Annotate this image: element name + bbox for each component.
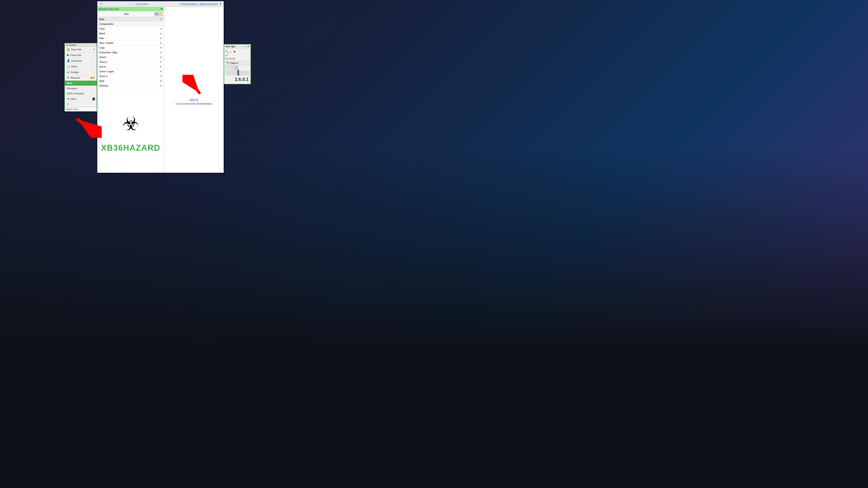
nav-stats[interactable]: 📊 Stats — [65, 64, 97, 69]
component-shoes[interactable]: Shoes ▼ — [97, 55, 164, 60]
nav-character[interactable]: 👤 Character — [65, 58, 97, 64]
component-armor[interactable]: Armor ▼ — [97, 64, 164, 69]
component-legs[interactable]: Legs ▼ — [97, 45, 164, 50]
action-add-button[interactable]: + — [225, 66, 229, 70]
extract-all-button[interactable]: Extract All Actors — [181, 3, 197, 5]
garage-star-icon: ★ — [93, 71, 95, 74]
sync-app-window: Sync App — ✕ 🔧 ★ ▼ 0% be effected 🐕 Chop… — [224, 44, 251, 84]
skin-hands-label: Skin / Hands — [99, 41, 113, 44]
missions-icon: 🗒 — [67, 76, 69, 79]
window-title: Grand — [69, 44, 76, 46]
action-icons-row: + ✕ 🔄 — [225, 66, 250, 70]
sync-app-titlebar: Sync App — ✕ — [224, 44, 250, 48]
character-icon: 👤 — [67, 59, 70, 62]
actor-editor-close-button[interactable]: ✕ — [219, 2, 222, 6]
nav-other-label: Other — [70, 98, 76, 100]
nav-stats-label: Stats — [71, 65, 77, 68]
close-file-icon: ✖ — [67, 54, 69, 57]
replace-all-button[interactable]: Replace All Actors — [199, 3, 218, 5]
component-torso2[interactable]: Torso 2 ▼ — [97, 74, 164, 78]
main-nav-window: 🪟 Grand 🏠 Save File ● ✖ Close File 👤 Cha… — [64, 43, 97, 111]
main-component-row[interactable]: Main ▼ — [97, 17, 164, 22]
sync-content: 🔧 ★ ▼ 0% be effected 🐕 Chop ▼ + ✕ 🔄 — [224, 48, 250, 84]
armor-chevron-icon: ▼ — [160, 66, 162, 68]
nav-strangers[interactable]: Strangers — [65, 86, 97, 91]
sign-in-link[interactable]: Sign In — [190, 98, 198, 101]
status-text: Status: Idle... — [66, 108, 79, 110]
component-hats[interactable]: Hats ▼ — [97, 78, 164, 84]
ped-save-button[interactable]: 💾 — [154, 12, 158, 16]
component-skin-hands[interactable]: Skin / Hands ▼ — [97, 41, 164, 45]
actor-editor-titlebar: 👕 Actor Editor Extract All Actors Replac… — [97, 1, 223, 7]
nav-save-file[interactable]: 🏠 Save File ● — [65, 47, 97, 53]
nav-extra[interactable]: ☐ ... — [65, 102, 97, 107]
component-mask[interactable]: Mask ▼ — [97, 31, 164, 36]
nav-close-file[interactable]: ✖ Close File — [65, 53, 97, 58]
nav-garage[interactable]: 🏎 Garage ★ — [65, 69, 97, 75]
nav-close-label: Close File — [70, 54, 81, 57]
torso2-label: Torso 2 — [99, 75, 107, 77]
legs-chevron-icon: ▼ — [160, 46, 162, 49]
action-refresh-button[interactable]: 🔄 — [234, 66, 238, 70]
sync-app-title: Sync App — [225, 45, 235, 48]
component-torso1[interactable]: Torso 1 ▼ — [97, 60, 164, 64]
components-label: Components — [99, 23, 113, 25]
shortlist-bar: Shortlist Actor One ▼ — [97, 7, 164, 11]
shoes-chevron-icon: ▼ — [160, 56, 162, 59]
nav-missions-label: Missions — [70, 76, 80, 79]
torso1-chevron-icon: ▼ — [160, 61, 162, 63]
torso2-chevron-icon: ▼ — [160, 75, 162, 77]
slider-handle-3[interactable] — [237, 73, 239, 75]
sync-close-button[interactable]: ✕ — [247, 45, 249, 48]
component-crew-logos[interactable]: Crew / Logos ▼ — [97, 69, 164, 74]
chop-label: Chop — [230, 62, 236, 64]
sync-action-icon: 🔧 — [225, 50, 229, 54]
slider-track-3[interactable] — [225, 74, 250, 75]
torso1-label: Torso 1 — [99, 61, 107, 63]
status-bar: Status: Idle... — [65, 107, 97, 111]
actor-editor-right-panel: Sign In to use Community Shared Actors — [164, 7, 223, 173]
save-color-icon: ● — [93, 48, 95, 51]
nav-checklist[interactable]: 100% Checklist — [65, 91, 97, 96]
nav-extra-label: ... — [70, 103, 72, 106]
svg-line-1 — [187, 77, 199, 93]
title-actions: Extract All Actors Replace All Actors — [181, 3, 218, 5]
checkbox-icon: ☐ — [67, 103, 69, 106]
action-remove-button[interactable]: ✕ — [230, 66, 234, 70]
parachute-label: Parachute / Bag — [99, 51, 117, 54]
logo-area: ☣ XB36HAZARD — [97, 95, 164, 173]
component-face[interactable]: Face ▼ — [97, 26, 164, 31]
nav-character-label: Character — [71, 59, 82, 62]
shortlist-dropdown-icon[interactable]: ▼ — [160, 7, 163, 11]
component-glasses[interactable]: Glasses ▼ — [97, 84, 164, 88]
ped-open-button[interactable]: 📂 — [159, 12, 163, 16]
sync-star-icon: ★ — [230, 50, 232, 54]
face-label: Face — [99, 27, 105, 30]
main-chevron-icon: ▼ — [160, 18, 162, 21]
component-hair[interactable]: Hair ▼ — [97, 36, 164, 41]
bg-buildings — [0, 147, 868, 488]
sign-in-area: Sign In to use Community Shared Actors — [176, 75, 212, 105]
main-window-title: 🪟 Grand — [65, 43, 97, 47]
sync-dropdown-icon[interactable]: ▼ — [233, 50, 236, 53]
garage-icon: 🏎 — [67, 70, 69, 74]
sign-in-description: to use Community Shared Actors — [176, 102, 212, 105]
sync-icons-row: 🔧 ★ ▼ — [225, 50, 250, 54]
biohazard-glyph: ☣ — [122, 115, 139, 134]
xb36-logo: ☣ XB36HAZARD — [101, 115, 160, 153]
main-component-label: Main — [99, 18, 105, 21]
chop-dropdown-icon[interactable]: ▼ — [236, 62, 238, 64]
legs-label: Legs — [99, 46, 105, 49]
face-chevron-icon: ▼ — [160, 28, 162, 30]
components-header-row: Components — [97, 22, 164, 26]
nav-missions[interactable]: 🗒 Missions 🟠★ — [65, 75, 97, 80]
hair-label: Hair — [99, 37, 104, 39]
chop-dropdown-bar[interactable]: 🐕 Chop ▼ — [225, 61, 250, 65]
stats-icon: 📊 — [67, 65, 70, 68]
component-parachute-bag[interactable]: Parachute / Bag ▼ — [97, 50, 164, 55]
nav-main[interactable]: Main — [65, 80, 97, 86]
nav-other[interactable]: ★ Other + — [65, 96, 97, 102]
sync-minimize-button[interactable]: — — [244, 45, 247, 48]
other-add-icon: + — [92, 98, 95, 100]
armor-label: Armor — [99, 65, 106, 68]
